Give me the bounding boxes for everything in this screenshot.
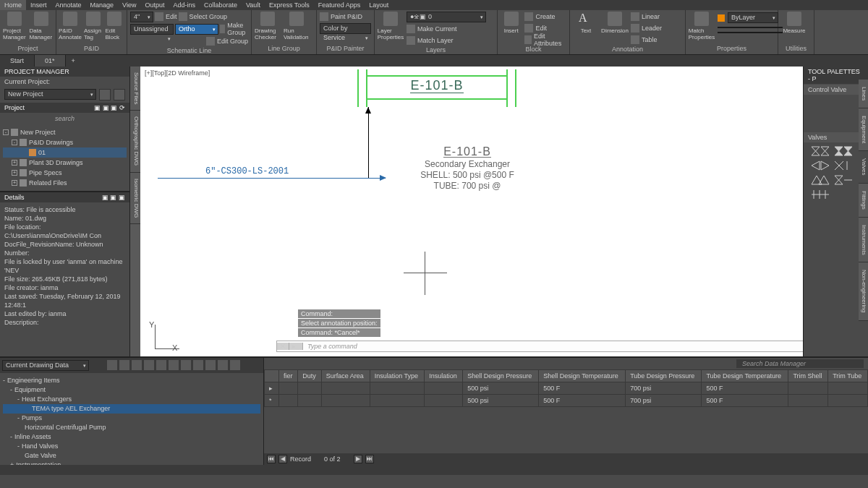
nav-next[interactable]: ▶ <box>354 455 362 463</box>
make-group-button[interactable]: Make Group <box>220 24 249 34</box>
drawing-canvas[interactable]: [+][Top][2D Wireframe] – ▭ ✕ N W TOP E S… <box>140 67 868 356</box>
pm-tools[interactable]: ▣ ▣ ▣ ⟳ <box>94 104 125 111</box>
edit-block-button[interactable]: Edit <box>524 23 566 33</box>
valve-icon-4[interactable] <box>834 160 853 171</box>
pm-search[interactable]: search <box>0 113 129 124</box>
tree-plant3d[interactable]: +Plant 3D Drawings <box>3 158 127 168</box>
tab-start[interactable]: Start <box>0 55 35 67</box>
menu-express[interactable]: Express Tools <box>265 0 314 10</box>
tp-tab-noneng[interactable]: Non-engineering <box>859 262 868 320</box>
valve-icon-6[interactable] <box>834 175 853 185</box>
tp-tab-equip[interactable]: Equipment <box>859 108 868 151</box>
annotation-block[interactable]: E-101-B Secondary Exchanger SHELL: 500 p… <box>409 146 525 192</box>
table-button[interactable]: Table <box>631 35 662 45</box>
paint-pid-button[interactable]: Paint P&ID <box>320 12 362 22</box>
new-tab-button[interactable]: + <box>66 57 81 64</box>
tree-01[interactable]: 01 <box>3 147 127 158</box>
pipe-label[interactable]: 6"-CS300-LS-2001 <box>205 166 289 176</box>
cmd-icon[interactable]: ▸_ <box>289 343 303 350</box>
cmd-close-icon[interactable]: ✕ <box>277 343 289 350</box>
pm-btn2[interactable] <box>114 89 125 100</box>
ortho-dropdown[interactable]: Ortho <box>175 24 218 35</box>
dm-tool-6[interactable] <box>169 360 179 370</box>
dmn-inst[interactable]: +Instrumentation <box>3 461 260 465</box>
menu-addins[interactable]: Add-ins <box>169 0 200 10</box>
dmn-root[interactable]: -Engineering Items <box>3 376 260 385</box>
menu-collaborate[interactable]: Collaborate <box>200 0 242 10</box>
dimension-button[interactable]: Dimension <box>602 12 628 34</box>
tab-01[interactable]: 01* <box>35 55 66 67</box>
dm-tool-3[interactable] <box>132 360 142 370</box>
assign-tag-button[interactable]: Assign Tag <box>84 12 103 40</box>
project-manager-button[interactable]: Project Manager <box>3 12 27 40</box>
dm-tool-11[interactable] <box>230 360 240 370</box>
dm-tool-9[interactable] <box>205 360 216 370</box>
data-manager-button[interactable]: Data Manager <box>30 12 54 40</box>
valve-icon-7[interactable] <box>811 189 830 200</box>
color-dropdown[interactable]: ByLayer <box>728 12 778 23</box>
menu-featured[interactable]: Featured Apps <box>314 0 365 10</box>
dm-table[interactable]: fierDutySurface Area Insulation TypeInsu… <box>264 369 868 453</box>
menu-manage[interactable]: Manage <box>86 0 119 10</box>
menu-output[interactable]: Output <box>140 0 169 10</box>
tree-pid[interactable]: -P&ID Drawings <box>3 137 127 147</box>
dm-tool-5[interactable] <box>156 360 166 370</box>
tree-root[interactable]: -New Project <box>3 127 127 137</box>
menu-home[interactable]: Home <box>0 0 26 10</box>
tree-related[interactable]: +Related Files <box>3 178 127 188</box>
tree-pipespecs[interactable]: +Pipe Specs <box>3 168 127 178</box>
project-dropdown[interactable]: New Project <box>4 89 96 100</box>
dmn-gv[interactable]: Gate Valve <box>3 451 260 461</box>
sidetab-source[interactable]: Source Files <box>130 67 140 111</box>
valve-icon-2[interactable] <box>834 146 853 156</box>
edit-group-button[interactable]: Edit Group <box>206 36 248 46</box>
run-validation-button[interactable]: Run Validation <box>284 12 310 40</box>
valve-icon-3[interactable] <box>811 160 830 171</box>
pid-annotate-button[interactable]: P&ID Annotate <box>59 12 81 40</box>
dm-tool-1[interactable] <box>107 360 117 370</box>
dmn-pumps[interactable]: -Pumps <box>3 414 260 423</box>
select-group-button[interactable]: Select Group <box>179 12 228 22</box>
drawing-checker-button[interactable]: Drawing Checker <box>255 12 281 40</box>
nav-prev[interactable]: ◀ <box>278 455 287 463</box>
tp-tab-fittings[interactable]: Fittings <box>859 184 868 218</box>
dm-tool-8[interactable] <box>193 360 203 370</box>
dmn-hv[interactable]: -Hand Valves <box>3 442 260 451</box>
dm-tool-2[interactable] <box>119 360 129 370</box>
dm-tool-4[interactable] <box>144 360 154 370</box>
valve-icon-1[interactable] <box>811 146 830 156</box>
menu-view[interactable]: View <box>118 0 140 10</box>
layer-properties-button[interactable]: Layer Properties <box>378 12 404 40</box>
insert-block-button[interactable]: Insert <box>501 12 522 34</box>
match-layer-button[interactable]: Match Layer <box>407 35 486 46</box>
dm-tool-7[interactable] <box>181 360 191 370</box>
text-button[interactable]: AText <box>573 12 599 34</box>
nav-first[interactable]: ⏮ <box>267 455 276 463</box>
dmn-tema[interactable]: TEMA type AEL Exchanger <box>3 404 260 414</box>
color-by-service-dropdown[interactable]: Color by Service <box>320 23 371 34</box>
dm-tool-10[interactable] <box>218 360 228 370</box>
table-row[interactable]: ▸500 psi500 F700 psi500 F <box>265 382 868 395</box>
dmn-eq[interactable]: -Equipment <box>3 385 260 395</box>
pm-btn1[interactable] <box>99 89 111 100</box>
valve-icon-5[interactable] <box>811 175 830 185</box>
tp-tab-lines[interactable]: Lines <box>859 80 868 108</box>
pipe-line[interactable] <box>158 178 386 179</box>
tp-tab-instr[interactable]: Instruments <box>859 218 868 263</box>
sidetab-iso[interactable]: Isometric DWG <box>130 173 140 224</box>
nav-last[interactable]: ⏭ <box>365 455 374 463</box>
dm-scope-dropdown[interactable]: Current Drawing Data <box>2 360 89 371</box>
dmn-hcp[interactable]: Horizontal Centrifugal Pump <box>3 423 260 432</box>
edit-attr-button[interactable]: Edit Attributes <box>524 35 566 45</box>
menu-annotate[interactable]: Annotate <box>51 0 86 10</box>
leader-button[interactable]: Leader <box>631 23 662 33</box>
menu-insert[interactable]: Insert <box>26 0 51 10</box>
linear-button[interactable]: Linear <box>631 12 662 22</box>
dm-search[interactable]: Search Data Manager <box>736 359 864 368</box>
edit-block-button[interactable]: Edit Block <box>106 12 124 40</box>
heat-exchanger-symbol[interactable]: E-101-B <box>357 69 516 107</box>
command-line[interactable]: ✕ ▸_ Type a command <box>276 341 862 352</box>
dmn-he[interactable]: -Heat Exchangers <box>3 395 260 404</box>
dmn-inline[interactable]: -Inline Assets <box>3 432 260 442</box>
match-props-button[interactable]: Match Properties <box>689 12 715 40</box>
